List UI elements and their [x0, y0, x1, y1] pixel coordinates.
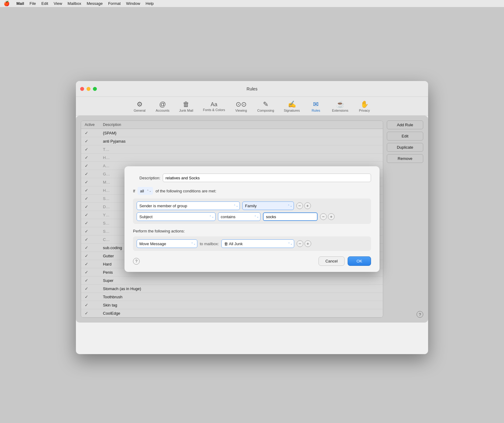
modal-footer: ? Cancel OK [133, 256, 371, 266]
toolbar-fonts[interactable]: Aa Fonts & Colors [199, 100, 229, 113]
toolbar-junk-label: Junk Mail [179, 109, 193, 112]
toolbar-fonts-label: Fonts & Colors [203, 108, 225, 112]
menu-view[interactable]: View [54, 1, 62, 6]
menu-help[interactable]: Help [146, 1, 154, 6]
modal-overlay: Description: If all any of the following… [76, 116, 428, 323]
toolbar-privacy-label: Privacy [359, 109, 370, 112]
action-1-add-button[interactable]: + [305, 240, 311, 247]
to-mailbox-label: to mailbox: [200, 242, 219, 246]
menu-file[interactable]: File [29, 1, 36, 6]
action-1-controls: − + [297, 240, 311, 247]
all-select-wrapper[interactable]: all any [138, 187, 153, 195]
maximize-button[interactable] [93, 87, 97, 91]
toolbar: ⚙ General @ Accounts 🗑 Junk Mail Aa Font… [76, 97, 428, 116]
condition-1-controls: − + [296, 202, 311, 209]
toolbar-extensions-label: Extensions [332, 109, 348, 112]
main-window: Rules ⚙ General @ Accounts 🗑 Junk Mail A… [76, 81, 428, 354]
if-label: If [133, 189, 135, 193]
toolbar-viewing[interactable]: ⊙⊙ Viewing [230, 99, 252, 114]
conditions-header: If all any of the following conditions a… [133, 187, 371, 195]
condition-row-1: Sender is member of group Subject From T… [137, 201, 367, 210]
apple-menu[interactable]: 🍎 [4, 1, 10, 6]
condition-type-1-wrapper[interactable]: Sender is member of group Subject From T… [137, 201, 240, 210]
description-row: Description: [133, 174, 371, 182]
menu-edit[interactable]: Edit [41, 1, 48, 6]
menu-format[interactable]: Format [108, 1, 121, 6]
toolbar-signatures[interactable]: ✍ Signatures [280, 99, 304, 114]
condition-2-remove-button[interactable]: − [320, 213, 327, 220]
modal-action-buttons: Cancel OK [318, 256, 371, 266]
condition-operator-2-wrapper[interactable]: contains does not contain begins with en… [218, 212, 261, 221]
toolbar-composing[interactable]: ✎ Composing [253, 99, 278, 114]
viewing-icon: ⊙⊙ [236, 101, 247, 108]
junk-icon: 🗑 [183, 101, 189, 108]
condition-operator-2-select[interactable]: contains does not contain begins with en… [218, 212, 261, 221]
close-button[interactable] [80, 87, 84, 91]
modal-help-button[interactable]: ? [133, 258, 140, 265]
toolbar-accounts-label: Accounts [156, 109, 169, 112]
action-mailbox-select[interactable]: 🗑 All Junk 📥 Inbox 📤 Sent 🗑 Trash [221, 239, 294, 248]
condition-type-2-wrapper[interactable]: Subject From To Sender is member of grou… [137, 212, 216, 221]
condition-1-remove-button[interactable]: − [296, 202, 303, 209]
content-area: Active Description ✓ {SPAM} ✓ anti Pyjam… [76, 116, 428, 323]
minimize-button[interactable] [87, 87, 90, 91]
conditions-area: Sender is member of group Subject From T… [133, 198, 371, 224]
ok-button[interactable]: OK [348, 256, 371, 266]
description-input[interactable] [163, 174, 371, 182]
toolbar-extensions[interactable]: ☕ Extensions [328, 99, 352, 114]
menu-message[interactable]: Message [87, 1, 103, 6]
toolbar-privacy[interactable]: ✋ Privacy [354, 99, 375, 114]
action-mailbox-wrapper[interactable]: 🗑 All Junk 📥 Inbox 📤 Sent 🗑 Trash [221, 239, 294, 248]
actions-label: Perform the following actions: [133, 229, 371, 233]
toolbar-composing-label: Composing [257, 109, 274, 112]
ext-icon: ☕ [336, 101, 344, 108]
condition-text-2-input[interactable] [263, 212, 318, 221]
toolbar-general[interactable]: ⚙ General [129, 99, 150, 114]
toolbar-general-label: General [134, 109, 145, 112]
action-type-wrapper[interactable]: Move Message Copy Message Delete Message… [137, 239, 197, 248]
menu-bar: 🍎 Mail File Edit View Mailbox Message Fo… [0, 0, 504, 7]
condition-1-add-button[interactable]: + [304, 202, 311, 209]
toolbar-rules[interactable]: ✉ Rules [305, 99, 326, 114]
actions-area: Move Message Copy Message Delete Message… [133, 236, 371, 251]
all-conditions-select[interactable]: all any [138, 187, 153, 195]
menu-app-name[interactable]: Mail [16, 1, 24, 6]
condition-type-1-select[interactable]: Sender is member of group Subject From T… [137, 201, 240, 210]
description-label: Description: [133, 176, 160, 180]
privacy-icon: ✋ [360, 101, 369, 108]
menu-mailbox[interactable]: Mailbox [68, 1, 81, 6]
sig-icon: ✍ [288, 101, 296, 108]
rule-edit-modal: Description: If all any of the following… [124, 166, 380, 272]
condition-2-controls: − + [320, 213, 335, 220]
compose-icon: ✎ [263, 101, 268, 108]
window-controls [80, 87, 97, 91]
at-icon: @ [159, 101, 166, 108]
cancel-button[interactable]: Cancel [318, 256, 345, 266]
action-type-select[interactable]: Move Message Copy Message Delete Message… [137, 239, 197, 248]
toolbar-signatures-label: Signatures [284, 109, 300, 112]
toolbar-viewing-label: Viewing [235, 109, 247, 112]
toolbar-rules-label: Rules [312, 109, 320, 112]
toolbar-junk[interactable]: 🗑 Junk Mail [175, 99, 197, 114]
title-bar: Rules [76, 81, 428, 97]
fonts-icon: Aa [211, 102, 217, 107]
conditions-suffix-label: of the following conditions are met: [155, 189, 216, 193]
condition-2-add-button[interactable]: + [328, 213, 335, 220]
action-row-1: Move Message Copy Message Delete Message… [137, 239, 367, 248]
condition-value-1-wrapper[interactable]: Family Friends Work [242, 201, 294, 210]
condition-value-1-select[interactable]: Family Friends Work [242, 201, 294, 210]
menu-window[interactable]: Window [126, 1, 140, 6]
window-title: Rules [247, 86, 257, 91]
rules-icon: ✉ [313, 101, 318, 108]
condition-row-2: Subject From To Sender is member of grou… [137, 212, 367, 221]
action-1-remove-button[interactable]: − [297, 240, 303, 247]
gear-icon: ⚙ [137, 101, 143, 108]
toolbar-accounts[interactable]: @ Accounts [152, 99, 174, 114]
condition-type-2-select[interactable]: Subject From To Sender is member of grou… [137, 212, 216, 221]
